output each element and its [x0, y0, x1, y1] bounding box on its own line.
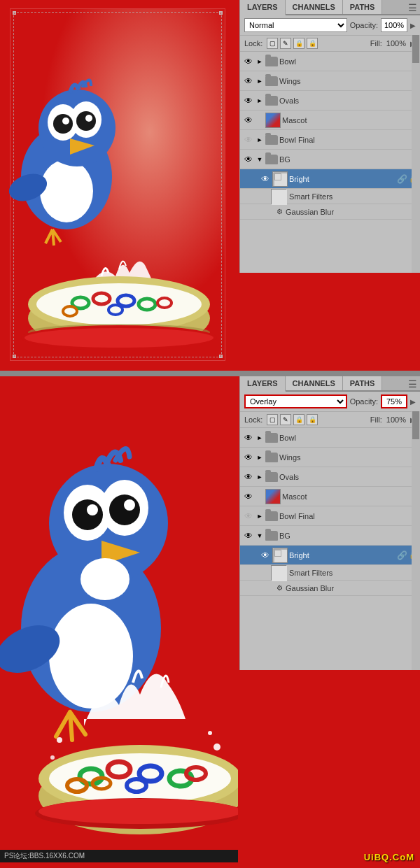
- folder-icon-bg-bottom: [265, 531, 278, 541]
- tab-layers-bottom[interactable]: LAYERS: [240, 376, 286, 392]
- ps-bar-text: PS论坛:BBS.16XX6.COM: [4, 851, 85, 861]
- lock-all-top[interactable]: 🔒: [307, 38, 318, 49]
- tab-channels-top[interactable]: CHANNELS: [286, 0, 343, 14]
- layer-name-wings-top: Wings: [279, 77, 417, 85]
- layer-name-bg-bottom: BG: [279, 532, 417, 540]
- layer-wings-bottom[interactable]: 👁 ► Wings: [240, 448, 420, 467]
- opacity-arrow-top[interactable]: ▶: [410, 22, 416, 29]
- expand-wings-bottom[interactable]: ►: [255, 453, 264, 462]
- layer-wings-top[interactable]: 👁 ► Wings: [240, 71, 420, 91]
- panel-tabs-bottom: LAYERS CHANNELS PATHS ☰: [240, 376, 420, 392]
- svg-point-22: [24, 328, 214, 348]
- folder-icon-bowl-top: [265, 57, 278, 66]
- panel-menu-bottom[interactable]: ☰: [408, 378, 417, 390]
- blend-opacity-row-bottom: Overlay Normal Multiply Screen Opacity: …: [240, 392, 420, 412]
- layer-bright-top[interactable]: 👁 Bright 🔗 🔒: [240, 169, 420, 189]
- lock-fill-row-bottom: Lock: ▢ ✎ 🔒 🔒 Fill: 100% ▶: [240, 412, 420, 428]
- link-icon-bright-bottom: 🔗: [397, 550, 407, 560]
- eye-wings-bottom[interactable]: 👁: [243, 452, 254, 463]
- lock-icons-top: ▢ ✎ 🔒 🔒: [267, 38, 318, 49]
- expand-wings-top[interactable]: ►: [255, 77, 264, 85]
- eye-bowlfinal-bottom[interactable]: 👁: [243, 511, 254, 522]
- layer-bright-bottom[interactable]: 👁 Bright 🔗 🔒: [240, 546, 420, 565]
- panel-scroll-thumb-bottom[interactable]: [412, 411, 419, 439]
- layer-mascot-bottom[interactable]: 👁 ► Mascot: [240, 487, 420, 506]
- tab-layers-top[interactable]: LAYERS: [240, 0, 286, 15]
- layer-thumb-mascot-bottom: [265, 489, 281, 504]
- corner-handle-tr: [219, 11, 223, 15]
- layer-bowl-top[interactable]: 👁 ► Bowl: [240, 52, 420, 71]
- expand-bowl-top[interactable]: ►: [255, 57, 264, 66]
- expand-ovals-top[interactable]: ►: [255, 97, 264, 105]
- blend-mode-select-bottom[interactable]: Overlay Normal Multiply Screen: [244, 394, 347, 408]
- svg-point-52: [57, 737, 62, 743]
- layer-bg-bottom[interactable]: 👁 ▼ BG: [240, 526, 420, 546]
- opacity-input-top[interactable]: [381, 18, 407, 32]
- layer-ovals-bottom[interactable]: 👁 ► Ovals: [240, 467, 420, 487]
- expand-bg-bottom[interactable]: ▼: [255, 532, 264, 540]
- layer-bowl-bottom[interactable]: 👁 ► Bowl: [240, 428, 420, 448]
- lock-image-top[interactable]: ✎: [280, 38, 291, 49]
- smart-filters-item-bottom: Smart Filters: [240, 565, 420, 581]
- opacity-arrow-bottom[interactable]: ▶: [410, 398, 416, 406]
- layer-thumb-bright-top: [272, 171, 288, 187]
- lock-position-top[interactable]: 🔒: [293, 38, 304, 49]
- eye-wings-top[interactable]: 👁: [243, 76, 254, 87]
- lock-all-bottom[interactable]: 🔒: [307, 414, 318, 425]
- lock-transparent-top[interactable]: ▢: [267, 38, 278, 49]
- cereal-bowl-top: [18, 262, 220, 353]
- layer-name-bowlfinal-top: Bowl Final: [279, 136, 417, 144]
- panel-menu-top[interactable]: ☰: [408, 2, 417, 13]
- opacity-input-bottom[interactable]: [381, 394, 407, 408]
- eye-bowl-bottom[interactable]: 👁: [243, 432, 254, 443]
- layer-bowlfinal-top[interactable]: 👁 ► Bowl Final: [240, 130, 420, 150]
- layer-bowlfinal-bottom[interactable]: 👁 ► Bowl Final: [240, 506, 420, 526]
- lock-transparent-bottom[interactable]: ▢: [267, 414, 278, 425]
- eye-mascot-top[interactable]: 👁: [243, 115, 254, 126]
- eye-bg-top[interactable]: 👁: [243, 154, 254, 165]
- smart-filters-item-top: Smart Filters: [240, 189, 420, 204]
- svg-point-55: [50, 755, 55, 760]
- layer-name-bowl-top: Bowl: [279, 57, 417, 66]
- expand-bg-top[interactable]: ▼: [255, 155, 264, 164]
- layer-mascot-top[interactable]: 👁 ► Mascot: [240, 111, 420, 130]
- link-icon-bright-top: 🔗: [397, 174, 407, 184]
- folder-icon-ovals-bottom: [265, 472, 278, 482]
- smart-filters-label-bottom: Smart Filters: [289, 569, 332, 577]
- tab-channels-bottom[interactable]: CHANNELS: [286, 376, 343, 390]
- expand-bowlfinal-bottom[interactable]: ►: [255, 512, 264, 520]
- corner-handle-bl: [13, 355, 16, 358]
- svg-point-53: [208, 731, 212, 735]
- tab-paths-bottom[interactable]: PATHS: [343, 376, 383, 390]
- layer-bg-top[interactable]: 👁 ▼ BG: [240, 150, 420, 169]
- bird-cereal-scene-bottom: [0, 376, 238, 862]
- eye-ovals-top[interactable]: 👁: [243, 95, 254, 106]
- bird-illustration-top: [4, 65, 144, 261]
- layer-name-bg-top: BG: [279, 155, 417, 164]
- lock-icons-bottom: ▢ ✎ 🔒 🔒: [267, 414, 318, 425]
- expand-ovals-bottom[interactable]: ►: [255, 473, 264, 481]
- eye-bright-bottom[interactable]: 👁: [260, 550, 271, 561]
- panel-scroll-thumb-top[interactable]: [412, 35, 419, 63]
- lock-position-bottom[interactable]: 🔒: [293, 414, 304, 425]
- eye-bright-top[interactable]: 👁: [260, 173, 271, 185]
- layers-panel-top: LAYERS CHANNELS PATHS ☰ Normal Overlay M…: [239, 0, 420, 273]
- eye-bowl-top[interactable]: 👁: [243, 56, 254, 67]
- eye-bg-bottom[interactable]: 👁: [243, 530, 254, 541]
- expand-bowlfinal-top[interactable]: ►: [255, 136, 264, 144]
- gaussian-icon-top: ⚙: [276, 208, 283, 215]
- layer-ovals-top[interactable]: 👁 ► Ovals: [240, 91, 420, 111]
- canvas-bottom: PS论坛:BBS.16XX6.COM: [0, 376, 238, 862]
- eye-ovals-bottom[interactable]: 👁: [243, 471, 254, 483]
- panel-scrollbar-top[interactable]: [412, 35, 420, 273]
- blend-mode-select-top[interactable]: Normal Overlay Multiply Screen: [244, 18, 347, 32]
- layer-list-top: 👁 ► Bowl 👁 ► Wings 👁 ► Ovals 👁: [240, 52, 420, 255]
- eye-mascot-bottom[interactable]: 👁: [243, 491, 254, 502]
- expand-bowl-bottom[interactable]: ►: [255, 434, 264, 442]
- opacity-label-bottom: Opacity:: [350, 397, 378, 406]
- lock-image-bottom[interactable]: ✎: [280, 414, 291, 425]
- layer-name-wings-bottom: Wings: [279, 453, 417, 462]
- tab-paths-top[interactable]: PATHS: [343, 0, 383, 14]
- eye-bowlfinal-top[interactable]: 👁: [243, 134, 254, 145]
- panel-scrollbar-bottom[interactable]: [412, 411, 420, 670]
